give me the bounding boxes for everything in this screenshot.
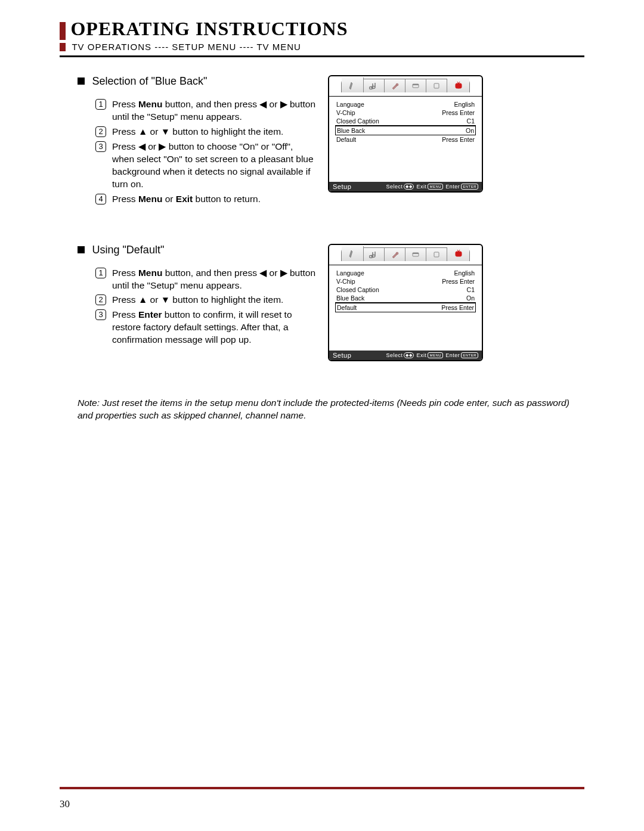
step-list: 1 Press Menu button, and then press ◀ or…: [78, 98, 316, 205]
osd-footer-enter: Enter: [445, 184, 460, 190]
osd-row-vchip: V-Chip Press Enter: [335, 108, 476, 117]
osd-footer-title: Setup: [333, 352, 351, 359]
osd-footer-select: Select: [386, 184, 402, 190]
step-text: Press Menu or Exit button to return.: [112, 193, 316, 206]
step-text: Press ▲ or ▼ button to highlight the ite…: [112, 294, 316, 306]
step-item: 2 Press ▲ or ▼ button to highlight the i…: [95, 126, 316, 138]
step-number: 3: [95, 309, 106, 320]
osd-footer-exit: Exit: [416, 184, 426, 190]
page-header: OPERATING INSTRUCTIONS TV OPERATIONS ---…: [60, 18, 584, 57]
step-item: 1 Press Menu button, and then press ◀ or…: [95, 98, 316, 123]
enter-key-icon: ENTER: [461, 352, 478, 358]
osd-value: C1: [467, 286, 475, 293]
osd-value: Press Enter: [442, 109, 475, 116]
section-title: Using "Default": [92, 244, 164, 256]
osd-row-default: Default Press Enter: [335, 135, 476, 144]
osd-row-vchip: V-Chip Press Enter: [335, 277, 476, 286]
tab-picture-icon: [342, 77, 364, 92]
enter-key-icon: ENTER: [461, 184, 478, 190]
section-bullet-icon: [78, 77, 85, 85]
step-number: 3: [95, 141, 106, 152]
osd-label: V-Chip: [336, 278, 355, 285]
osd-footer: Setup Select ◆◆ Exit MENU Enter ENTER: [329, 351, 482, 360]
osd-value: C1: [467, 117, 475, 125]
section-bullet-icon: [78, 246, 85, 253]
breadcrumb-accent-bar: [60, 43, 66, 51]
osd-footer: Setup Select ◆◆ Exit MENU Enter ENTER: [329, 182, 482, 191]
osd-row-blueback-selected: Blue Back On: [335, 126, 476, 135]
step-number: 2: [95, 294, 106, 305]
osd-value: Press Enter: [442, 136, 475, 143]
osd-label: Default: [336, 136, 356, 143]
osd-row-language: Language English: [335, 100, 476, 108]
step-list: 1 Press Menu button, and then press ◀ or…: [78, 267, 316, 347]
osd-label: Default: [337, 304, 357, 311]
osd-row-cc: Closed Caption C1: [335, 286, 476, 294]
header-rule: [60, 55, 584, 57]
step-number: 4: [95, 194, 106, 204]
tab-setup-icon: [385, 248, 405, 261]
osd-value: Press Enter: [441, 304, 474, 311]
osd-footer-title: Setup: [333, 183, 351, 190]
tab-screen-icon: [405, 79, 426, 92]
tab-picture-icon: [342, 246, 364, 261]
osd-value: English: [454, 101, 475, 108]
osd-tab-bar: V: [329, 76, 482, 97]
osd-row-cc: Closed Caption C1: [335, 117, 476, 126]
svg-rect-6: [413, 253, 419, 254]
menu-key-icon: MENU: [428, 184, 443, 190]
tab-sound-icon: [364, 79, 385, 92]
osd-menu-default: Language English V-Chip Press Enter Clos…: [328, 244, 483, 361]
step-item: 3 Press ◀ or ▶ button to choose "On" or …: [95, 141, 316, 191]
svg-text:V: V: [458, 86, 459, 89]
osd-row-blueback: Blue Back On: [335, 294, 476, 303]
step-number: 2: [95, 126, 106, 137]
arrow-icon: ◆◆: [404, 352, 414, 358]
menu-key-icon: MENU: [428, 352, 443, 358]
osd-label: Blue Back: [337, 127, 365, 134]
step-item: 2 Press ▲ or ▼ button to highlight the i…: [95, 294, 316, 306]
osd-label: Closed Caption: [336, 286, 379, 293]
step-text: Press Enter button to confirm, it will r…: [112, 309, 316, 346]
tab-pc-icon: [426, 248, 447, 261]
tab-tv-icon: [447, 246, 469, 261]
osd-row-language: Language English: [335, 269, 476, 277]
tab-setup-icon: [385, 79, 405, 92]
svg-rect-1: [413, 84, 419, 85]
osd-row-default-selected: Default Press Enter: [335, 303, 476, 312]
note-text: Note: Just reset the items in the setup …: [78, 397, 584, 422]
page-number: 30: [60, 798, 70, 810]
tab-pc-icon: [426, 79, 447, 92]
osd-value: On: [466, 127, 474, 134]
section-blue-back: Selection of "Blue Back" 1 Press Menu bu…: [78, 75, 584, 207]
svg-rect-7: [434, 252, 439, 257]
footer-rule: [60, 787, 584, 789]
osd-label: Blue Back: [336, 294, 364, 302]
svg-rect-8: [456, 252, 462, 256]
osd-tab-bar: [329, 245, 482, 265]
step-text: Press ▲ or ▼ button to highlight the ite…: [112, 126, 316, 138]
step-text: Press Menu button, and then press ◀ or ▶…: [112, 267, 316, 292]
svg-rect-2: [434, 83, 439, 88]
tab-screen-icon: [405, 248, 426, 261]
osd-value: Press Enter: [442, 278, 475, 285]
tab-sound-icon: [364, 248, 385, 261]
osd-menu-blueback: V Language English V-Chip Press Enter Cl…: [328, 75, 483, 193]
osd-label: V-Chip: [336, 109, 355, 116]
osd-label: Language: [336, 101, 364, 108]
osd-footer-select: Select: [386, 352, 402, 358]
step-item: 4 Press Menu or Exit button to return.: [95, 193, 316, 206]
page-title: OPERATING INSTRUCTIONS: [70, 18, 348, 40]
section-title: Selection of "Blue Back": [92, 75, 207, 87]
step-item: 1 Press Menu button, and then press ◀ or…: [95, 267, 316, 292]
osd-label: Closed Caption: [336, 117, 379, 125]
osd-value: English: [454, 269, 475, 277]
step-text: Press Menu button, and then press ◀ or ▶…: [112, 98, 316, 123]
osd-footer-exit: Exit: [416, 352, 426, 358]
arrow-icon: ◆◆: [404, 184, 414, 190]
header-accent-bar: [60, 22, 66, 40]
osd-value: On: [466, 294, 475, 302]
step-item: 3 Press Enter button to confirm, it will…: [95, 309, 316, 346]
osd-footer-enter: Enter: [445, 352, 460, 358]
section-default: Using "Default" 1 Press Menu button, and…: [78, 244, 584, 361]
